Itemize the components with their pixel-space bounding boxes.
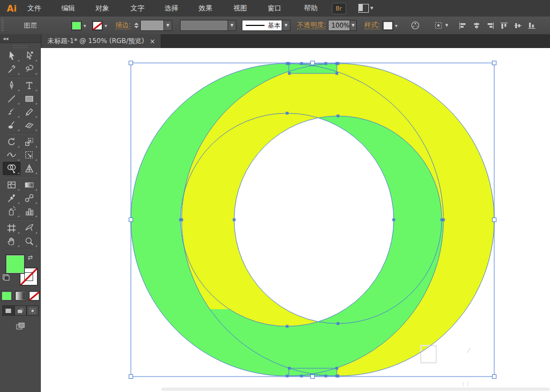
anchor-point[interactable] xyxy=(300,375,303,378)
anchor-point[interactable] xyxy=(441,219,443,221)
tool-line-segment[interactable] xyxy=(3,92,20,105)
menu-item-1[interactable]: 文件(F) xyxy=(20,0,54,17)
anchor-point[interactable] xyxy=(325,375,327,378)
bounding-box-handle[interactable] xyxy=(129,218,133,222)
panel-drag-grip[interactable] xyxy=(13,45,28,48)
close-icon[interactable]: × xyxy=(150,38,155,45)
anchor-point[interactable] xyxy=(288,367,291,370)
gradient-button[interactable] xyxy=(15,291,26,301)
align-left-button[interactable] xyxy=(458,22,467,30)
anchor-point[interactable] xyxy=(233,219,236,221)
fill-dropdown-icon[interactable]: ▼ xyxy=(82,22,88,30)
menu-item-3[interactable]: 对象(O) xyxy=(88,0,124,17)
bounding-box-handle[interactable] xyxy=(493,61,496,65)
draw-normal-button[interactable] xyxy=(2,305,14,316)
style-dropdown-icon[interactable]: ▼ xyxy=(393,22,399,30)
workspace-layout-button[interactable]: ▼ xyxy=(358,4,373,13)
transform-menu-icon[interactable]: ▼ xyxy=(433,20,448,30)
bridge-button[interactable]: Br xyxy=(332,3,346,14)
align-bottom-button[interactable] xyxy=(527,22,536,30)
bounding-box-handle[interactable] xyxy=(311,375,315,379)
default-fill-stroke-icon[interactable] xyxy=(3,274,9,280)
graphic-style-swatch[interactable] xyxy=(383,21,393,30)
panel-collapse-button[interactable]: ◂◂ xyxy=(0,34,41,43)
stroke-label[interactable]: 描边: xyxy=(115,22,131,29)
anchor-point[interactable] xyxy=(336,72,339,75)
document-tab[interactable]: 未标题-1* @ 150% (RGB/预览) × xyxy=(41,34,161,48)
bounding-box-handle[interactable] xyxy=(129,61,133,65)
tool-type[interactable] xyxy=(20,79,38,92)
anchor-point[interactable] xyxy=(288,62,290,65)
anchor-point[interactable] xyxy=(393,219,395,221)
menu-item-4[interactable]: 文字(T) xyxy=(123,0,157,17)
anchor-point[interactable] xyxy=(336,62,339,65)
tool-selection[interactable] xyxy=(3,49,20,62)
tool-direct-selection[interactable] xyxy=(20,49,38,62)
tool-gradient[interactable] xyxy=(20,178,38,192)
menu-item-7[interactable]: 视图(V) xyxy=(226,0,260,17)
tool-perspective-grid[interactable] xyxy=(20,162,38,175)
tool-scale[interactable] xyxy=(20,135,38,149)
align-right-button[interactable] xyxy=(486,22,495,30)
tool-free-transform[interactable] xyxy=(20,149,38,162)
anchor-point[interactable] xyxy=(336,375,339,378)
tool-lasso[interactable] xyxy=(20,62,38,76)
tool-slice[interactable] xyxy=(20,221,38,235)
artboard-canvas[interactable] xyxy=(41,48,550,392)
bounding-box-handle[interactable] xyxy=(493,375,496,379)
fill-proxy-swatch[interactable] xyxy=(6,255,25,274)
menu-item-8[interactable]: 窗口(W) xyxy=(261,0,297,17)
anchor-point[interactable] xyxy=(337,322,340,325)
menu-item-2[interactable]: 编辑(E) xyxy=(54,0,88,17)
tool-blend[interactable] xyxy=(20,192,38,205)
tool-hand[interactable] xyxy=(3,235,20,248)
tool-eyedropper[interactable] xyxy=(3,192,20,205)
fill-color-swatch[interactable] xyxy=(71,21,82,30)
stroke-weight-stepper[interactable] xyxy=(134,23,139,28)
width-profile-combo[interactable]: ▼ xyxy=(180,20,236,31)
bounding-box-handle[interactable] xyxy=(493,218,496,222)
anchor-point[interactable] xyxy=(288,72,291,75)
menu-item-5[interactable]: 选择(S) xyxy=(157,0,192,17)
draw-inside-button[interactable] xyxy=(27,305,39,316)
tool-artboard[interactable] xyxy=(3,221,20,235)
brush-definition-combo[interactable]: 基本 ▼ xyxy=(242,20,290,31)
style-label[interactable]: 样式: xyxy=(364,22,380,29)
stroke-color-swatch[interactable] xyxy=(92,21,103,30)
selected-rings-artwork[interactable] xyxy=(41,48,550,392)
align-h-center-button[interactable] xyxy=(472,22,481,30)
tool-symbol-sprayer[interactable] xyxy=(3,205,20,218)
tool-paintbrush[interactable] xyxy=(3,105,20,119)
none-button[interactable] xyxy=(29,291,40,301)
stroke-dropdown-icon[interactable]: ▼ xyxy=(103,22,109,30)
align-top-button[interactable] xyxy=(500,22,509,30)
merged-rect-1[interactable] xyxy=(289,64,337,74)
tool-pen[interactable] xyxy=(3,79,20,92)
anchor-point[interactable] xyxy=(286,112,289,115)
draw-behind-button[interactable] xyxy=(14,305,27,316)
color-button[interactable] xyxy=(1,291,12,301)
anchor-point[interactable] xyxy=(300,62,303,65)
panel-grip[interactable] xyxy=(1,19,4,32)
tool-shape-builder[interactable] xyxy=(3,162,20,175)
tool-rectangle[interactable] xyxy=(20,92,38,105)
anchor-point[interactable] xyxy=(325,62,327,65)
anchor-point[interactable] xyxy=(336,367,339,370)
recolor-artwork-icon[interactable] xyxy=(410,20,420,30)
bounding-box-handle[interactable] xyxy=(129,375,133,379)
tool-zoom[interactable] xyxy=(20,235,38,248)
tool-eraser[interactable] xyxy=(20,119,38,132)
tool-pencil[interactable] xyxy=(20,105,38,119)
tool-mesh[interactable] xyxy=(3,178,20,192)
tool-magic-wand[interactable] xyxy=(3,62,20,76)
tool-column-graph[interactable] xyxy=(20,205,38,218)
menu-item-9[interactable]: 帮助(H) xyxy=(297,0,331,17)
stroke-weight-combo[interactable]: ▼ xyxy=(140,20,172,31)
anchor-point[interactable] xyxy=(181,219,183,221)
swap-fill-stroke-icon[interactable]: ⇄ xyxy=(28,254,33,261)
bounding-box-handle[interactable] xyxy=(311,61,315,65)
screen-mode-button[interactable] xyxy=(14,321,27,331)
anchor-point[interactable] xyxy=(286,375,289,378)
menu-item-6[interactable]: 效果(C) xyxy=(192,0,226,17)
align-v-center-button[interactable] xyxy=(514,22,522,30)
